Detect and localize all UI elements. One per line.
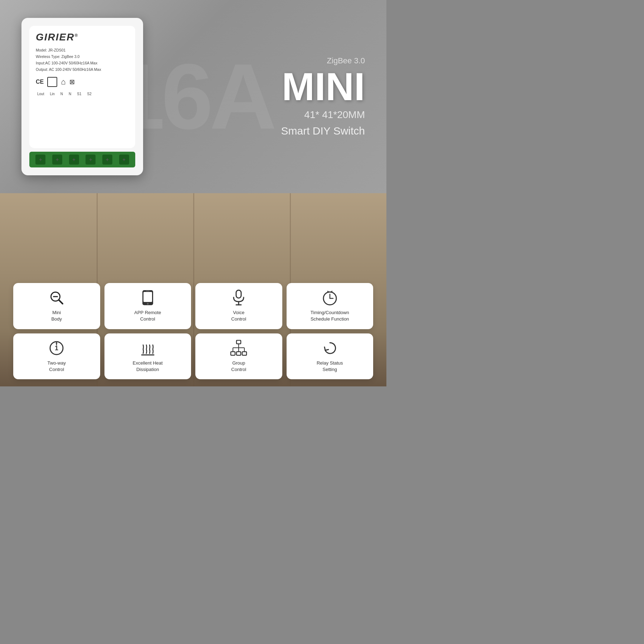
t-s2: S2 (87, 92, 92, 96)
svg-rect-2 (53, 296, 58, 297)
t-s1: S1 (77, 92, 81, 96)
group-label: GroupControl (231, 360, 246, 373)
brand-name: GIRIER® (36, 31, 78, 43)
network-icon (230, 340, 248, 356)
timing-label: Timing/CountdownSchedule Function (311, 309, 349, 322)
cross-cert: ⊠ (69, 78, 75, 86)
product-info: ZigBee 3.0 MINI 41* 41*20MM Smart DIY Sw… (143, 56, 365, 137)
t-n1: N (60, 92, 63, 96)
two-way-label: Two-wayControl (48, 360, 66, 373)
square-cert (47, 77, 57, 87)
t-lout: Lout (37, 92, 44, 96)
bottom-section: MiniBody APP RemoteControl (0, 193, 386, 386)
feature-two-way: 1 Two-wayControl (13, 333, 100, 379)
registered-mark: ® (74, 33, 78, 38)
wireless-line: Wireless Type: ZigBee 3.0 (36, 54, 101, 60)
screw-5 (102, 155, 112, 165)
product-dimensions: 41* 41*20MM (157, 109, 365, 121)
screw-4 (86, 155, 96, 165)
heat-icon (140, 340, 156, 356)
clock-icon (322, 289, 338, 306)
terminal-labels: Lout Lin N N S1 S2 (36, 92, 92, 96)
terminal-block (29, 152, 135, 167)
svg-rect-20 (231, 352, 235, 355)
relay-label: Relay StatusSetting (317, 360, 343, 373)
circle-arrow-icon: 1 (48, 340, 65, 356)
t-lin: Lin (50, 92, 54, 96)
feature-group: GroupControl (195, 333, 282, 379)
output-line: Output: AC 100-240V 50/60Hz16A Max (36, 67, 101, 73)
product-title: MINI (157, 67, 365, 106)
feature-heat: Excellent HeatDissipation (104, 333, 191, 379)
svg-point-6 (147, 303, 148, 305)
input-line: Input:AC 100-240V 50/60Hz16A Max (36, 60, 101, 67)
svg-rect-21 (236, 352, 241, 355)
svg-rect-8 (236, 290, 241, 298)
feature-app-remote: APP RemoteControl (104, 283, 191, 329)
feature-mini-body: MiniBody (13, 283, 100, 329)
device-inner: GIRIER® Model: JR-ZDS01 Wireless Type: Z… (29, 26, 135, 148)
svg-line-3 (59, 300, 63, 304)
model-line: Model: JR-ZDS01 (36, 47, 101, 54)
svg-rect-22 (242, 352, 247, 355)
feature-timing: Timing/CountdownSchedule Function (287, 283, 374, 329)
feature-relay: Relay StatusSetting (287, 333, 374, 379)
screw-2 (52, 155, 62, 165)
device-card: GIRIER® Model: JR-ZDS01 Wireless Type: Z… (21, 18, 143, 175)
feature-voice-control: VoiceControl (195, 283, 282, 329)
cert-row: CE ⌂ ⊠ (36, 77, 75, 87)
screw-6 (119, 155, 129, 165)
svg-text:1: 1 (55, 345, 58, 352)
svg-rect-5 (143, 292, 152, 302)
ce-mark: CE (36, 79, 44, 85)
screw-3 (69, 155, 79, 165)
svg-rect-19 (236, 340, 241, 344)
mini-body-label: MiniBody (51, 309, 62, 322)
t-n2: N (69, 92, 71, 96)
phone-icon (141, 289, 155, 306)
app-remote-label: APP RemoteControl (134, 309, 161, 322)
svg-rect-7 (146, 291, 150, 292)
house-cert: ⌂ (61, 77, 65, 87)
voice-control-label: VoiceControl (231, 309, 246, 322)
mic-icon (231, 289, 246, 306)
refresh-icon (322, 340, 338, 356)
search-minus-icon (48, 289, 65, 306)
product-name: Smart DIY Switch (157, 125, 365, 137)
device-specs: Model: JR-ZDS01 Wireless Type: ZigBee 3.… (36, 47, 101, 73)
features-grid: MiniBody APP RemoteControl (10, 283, 377, 379)
heat-label: Excellent HeatDissipation (133, 360, 163, 373)
top-section: 16A GIRIER® Model: JR-ZDS01 Wireless Typ… (0, 0, 386, 193)
screw-1 (35, 155, 45, 165)
